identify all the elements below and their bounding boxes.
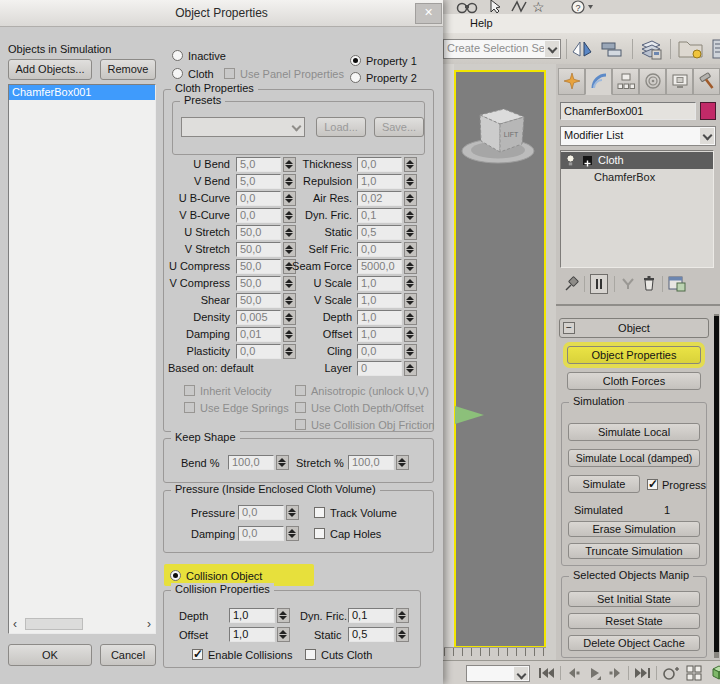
property2-radio[interactable]: [350, 72, 361, 83]
stack-item-chamferbox[interactable]: ChamferBox: [561, 169, 713, 186]
viewport[interactable]: LIFT: [454, 70, 546, 648]
dyn-fric-field[interactable]: 0,1: [348, 608, 394, 623]
star-icon[interactable]: ☆: [532, 0, 545, 14]
delete-object-cache-button[interactable]: Delete Object Cache: [568, 635, 700, 651]
cloth-forces-button[interactable]: Cloth Forces: [567, 372, 701, 390]
property1-radio[interactable]: [350, 55, 361, 66]
inactive-radio[interactable]: [172, 50, 183, 61]
simulated-value: 1: [664, 504, 670, 517]
render-setup-icon[interactable]: [676, 37, 706, 63]
tab-hierarchy[interactable]: [612, 68, 639, 95]
make-unique-icon[interactable]: [620, 276, 636, 294]
enable-collisions-checkbox[interactable]: [192, 649, 203, 660]
list-hscrollbar[interactable]: ‹ ›: [11, 617, 153, 631]
collision-object-radio[interactable]: [170, 570, 181, 581]
object-color-swatch[interactable]: [700, 102, 716, 120]
object-name-field[interactable]: ChamferBox001: [560, 102, 696, 120]
expand-plus-icon[interactable]: [583, 156, 592, 165]
tab-create[interactable]: [558, 68, 585, 95]
static-field[interactable]: 0,5: [348, 627, 394, 642]
scroll-left-icon[interactable]: ‹: [13, 617, 17, 631]
set-initial-state-button[interactable]: Set Initial State: [568, 591, 700, 607]
goto-end-icon[interactable]: [634, 667, 651, 681]
param-label: Air Res.: [280, 191, 352, 206]
configure-modifier-sets-icon[interactable]: [668, 275, 686, 294]
time-combo[interactable]: [466, 665, 530, 682]
progress-checkbox[interactable]: [647, 479, 658, 490]
goto-start-icon[interactable]: [538, 667, 555, 681]
scrollbar-thumb[interactable]: [714, 316, 719, 652]
pin-stack-icon[interactable]: [564, 276, 580, 294]
spinner-icon[interactable]: [277, 627, 290, 642]
play-icon[interactable]: [588, 667, 602, 682]
tab-utilities[interactable]: [693, 68, 720, 95]
select-cursor-icon[interactable]: [488, 0, 502, 14]
hierarchy-icon: [617, 72, 635, 90]
fence-select-icon[interactable]: [510, 0, 528, 14]
truncate-simulation-button[interactable]: Truncate Simulation: [568, 543, 700, 559]
spinner-icon[interactable]: [396, 608, 409, 623]
spinner-icon: [404, 157, 417, 172]
menu-help[interactable]: Help: [470, 17, 493, 30]
cancel-button[interactable]: Cancel: [100, 644, 156, 666]
param-label: U Scale: [280, 276, 352, 291]
cap-holes-checkbox[interactable]: [314, 528, 325, 539]
simulate-local-button[interactable]: Simulate Local: [568, 423, 700, 441]
erase-simulation-button[interactable]: Erase Simulation: [568, 521, 700, 537]
object-rollout-header[interactable]: − Object: [559, 318, 709, 338]
previous-frame-icon[interactable]: [566, 667, 581, 681]
simulate-local-damped-button[interactable]: Simulate Local (damped): [568, 449, 700, 467]
layer-manager-icon[interactable]: [638, 37, 664, 63]
remove-button[interactable]: Remove: [100, 59, 156, 80]
panel-scrollbar[interactable]: [714, 314, 719, 658]
scroll-right-icon[interactable]: ›: [147, 617, 151, 631]
named-selection-set-combo[interactable]: Create Selection Se: [443, 39, 561, 59]
tab-motion[interactable]: [639, 68, 666, 95]
stack-item-cloth[interactable]: Cloth: [561, 152, 713, 169]
close-icon[interactable]: ✕: [415, 3, 442, 24]
group-title: Cloth Properties: [171, 82, 258, 94]
param-field: 0: [357, 361, 402, 376]
zoom-extents-icon[interactable]: [710, 664, 720, 684]
chevron-down-icon[interactable]: [700, 128, 714, 144]
dialog-titlebar[interactable]: Object Properties ✕: [0, 0, 443, 27]
group-title: Pressure (Inside Enclosed Cloth Volume): [171, 483, 380, 495]
list-item-selected[interactable]: ChamferBox001: [9, 85, 155, 100]
add-objects-button[interactable]: Add Objects...: [8, 59, 92, 80]
spinner-icon[interactable]: [277, 608, 290, 623]
tab-modify[interactable]: [585, 68, 612, 95]
track-bar[interactable]: [444, 647, 546, 661]
use-cloth-depth-offset-label: Use Cloth Depth/Offset: [311, 402, 424, 415]
reset-state-button[interactable]: Reset State: [568, 613, 700, 629]
ok-button[interactable]: OK: [8, 644, 92, 666]
show-end-result-icon[interactable]: [590, 274, 608, 294]
use-panel-properties-checkbox: [224, 68, 235, 79]
spinner-icon: [404, 259, 417, 274]
zoom-region-icon[interactable]: [686, 665, 704, 683]
modifier-list-combo[interactable]: Modifier List: [560, 126, 716, 146]
help-icon[interactable]: ?: [570, 0, 594, 14]
simulate-button[interactable]: Simulate: [568, 475, 640, 493]
chevron-down-icon[interactable]: [545, 41, 559, 57]
cuts-cloth-checkbox[interactable]: [305, 649, 316, 660]
find-binoculars-icon[interactable]: [456, 0, 478, 14]
next-frame-icon[interactable]: [608, 667, 623, 681]
spinner-icon[interactable]: [396, 627, 409, 642]
depth-field[interactable]: 1,0: [229, 608, 275, 623]
chevron-down-icon[interactable]: [514, 667, 528, 680]
collapse-minus-icon[interactable]: −: [563, 322, 575, 334]
tab-display[interactable]: [666, 68, 693, 95]
track-volume-checkbox[interactable]: [314, 507, 325, 518]
cloth-radio[interactable]: [172, 68, 183, 79]
scrollbar-thumb[interactable]: [25, 618, 83, 630]
remove-modifier-icon[interactable]: [642, 275, 656, 294]
key-mode-toggle-icon[interactable]: [662, 665, 680, 683]
lightbulb-icon[interactable]: [565, 154, 576, 167]
offset-field[interactable]: 1,0: [229, 627, 275, 642]
mirror-icon[interactable]: [570, 39, 594, 61]
align-icon[interactable]: [600, 39, 624, 61]
param-field: 5,0: [236, 157, 281, 172]
use-cloth-depth-offset-checkbox: [295, 402, 306, 413]
object-properties-button[interactable]: Object Properties: [567, 346, 701, 364]
command-panel: ChamferBox001 Modifier List Cloth Chamfe…: [556, 64, 720, 660]
